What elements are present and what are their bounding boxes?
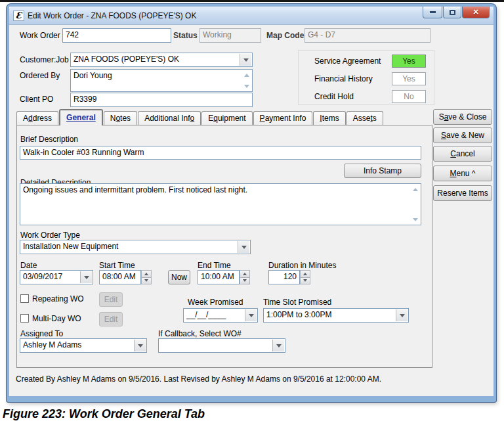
multiday-wo-checkbox[interactable] bbox=[20, 314, 29, 323]
repeating-edit-button[interactable]: Edit bbox=[99, 292, 123, 307]
time-slot-promised-value: 1:00PM to 3:00PM bbox=[266, 310, 331, 319]
save-and-close-button[interactable]: Save & Close bbox=[433, 109, 492, 125]
ordered-by-textarea[interactable]: Dori Young bbox=[70, 69, 253, 92]
detailed-description-value: Ongoing issues and intermittant problem.… bbox=[23, 185, 247, 194]
work-order-type-combobox[interactable]: Installation New Equipment bbox=[20, 240, 251, 254]
close-icon: ✕ bbox=[472, 8, 478, 16]
tab-additional-info[interactable]: Additional Info bbox=[138, 111, 201, 125]
financial-history-indicator[interactable]: Yes bbox=[392, 72, 426, 85]
tab-items[interactable]: Items bbox=[313, 111, 345, 125]
spin-up-icon bbox=[300, 270, 310, 277]
spin-down-icon bbox=[141, 277, 152, 285]
spin-down-icon bbox=[300, 277, 310, 285]
multiday-wo-label: Multi-Day WO bbox=[32, 314, 81, 323]
date-combobox[interactable]: 03/09/2017 bbox=[20, 270, 93, 284]
now-button[interactable]: Now bbox=[168, 270, 190, 284]
repeating-wo-label: Repeating WO bbox=[32, 294, 84, 303]
figure-caption: Figure 223: Work Order General Tab bbox=[3, 407, 205, 421]
tab-notes[interactable]: Notes bbox=[104, 111, 137, 125]
chevron-down-icon[interactable] bbox=[240, 54, 251, 66]
client-po-label: Client PO bbox=[20, 95, 53, 104]
tab-address[interactable]: Address bbox=[16, 111, 58, 125]
scroll-down-icon[interactable] bbox=[243, 82, 251, 90]
credit-hold-indicator[interactable]: No bbox=[392, 90, 426, 103]
cancel-button[interactable]: Cancel bbox=[433, 146, 492, 162]
tab-payment-info[interactable]: Payment Info bbox=[253, 111, 313, 125]
window-title: Edit Work Order - ZNA FOODS (POPEYE'S) O… bbox=[28, 11, 196, 20]
chevron-down-icon[interactable] bbox=[245, 309, 257, 321]
assigned-to-combobox[interactable]: Ashley M Adams bbox=[20, 338, 147, 353]
maximize-button[interactable] bbox=[443, 7, 461, 18]
repeating-wo-checkbox[interactable] bbox=[20, 294, 29, 303]
work-order-number-label: Work Order # bbox=[20, 31, 67, 40]
general-tab-panel: Brief Description Walk-in Cooler #03 Run… bbox=[16, 125, 432, 368]
customer-job-value: ZNA FOODS (POPEYE'S) OK bbox=[74, 55, 179, 64]
status-field: Working bbox=[200, 28, 261, 43]
assigned-to-label: Assigned To bbox=[20, 329, 63, 338]
tab-general[interactable]: General bbox=[59, 109, 103, 125]
date-label: Date bbox=[20, 261, 37, 270]
multiday-edit-button[interactable]: Edit bbox=[99, 312, 123, 326]
minimize-button[interactable] bbox=[423, 7, 442, 18]
title-bar[interactable]: Ɛ Edit Work Order - ZNA FOODS (POPEYE'S)… bbox=[9, 7, 494, 25]
maximize-icon bbox=[450, 10, 455, 15]
app-icon: Ɛ bbox=[13, 11, 24, 21]
scroll-up-icon[interactable] bbox=[411, 185, 419, 193]
brief-description-input[interactable]: Walk-in Cooler #03 Running Warm bbox=[20, 146, 421, 160]
week-promised-label: Week Promised bbox=[188, 298, 243, 307]
chevron-down-icon[interactable] bbox=[80, 271, 92, 283]
chevron-down-icon[interactable] bbox=[134, 340, 146, 351]
end-time-label: End Time bbox=[198, 261, 231, 270]
start-time-label: Start Time bbox=[99, 261, 135, 270]
time-slot-promised-label: Time Slot Promised bbox=[263, 298, 331, 307]
save-and-new-button[interactable]: Save & New bbox=[433, 127, 492, 143]
financial-history-label: Financial History bbox=[314, 74, 373, 83]
map-code-label: Map Code bbox=[266, 31, 304, 40]
menu-button[interactable]: Menu ^ bbox=[433, 166, 492, 181]
tab-equipment[interactable]: Equipment bbox=[201, 111, 252, 125]
spin-down-icon bbox=[240, 277, 250, 285]
callback-wo-combobox[interactable] bbox=[158, 338, 285, 353]
scroll-down-icon[interactable] bbox=[411, 215, 419, 223]
tab-assets[interactable]: Assets bbox=[346, 111, 383, 125]
duration-input[interactable]: 120 bbox=[268, 270, 300, 284]
scroll-up-icon[interactable] bbox=[243, 71, 251, 79]
end-time-stepper[interactable] bbox=[240, 270, 250, 284]
ordered-by-label: Ordered By bbox=[20, 71, 60, 80]
info-stamp-button[interactable]: Info Stamp bbox=[344, 164, 421, 178]
reserve-items-button[interactable]: Reserve Items bbox=[433, 185, 492, 201]
created-revised-status: Created By Ashley M Adams on 9/5/2016. L… bbox=[16, 374, 381, 384]
page-top-rule bbox=[0, 0, 504, 2]
customer-job-label: Customer:Job bbox=[20, 55, 69, 64]
end-time-input[interactable]: 10:00 AM bbox=[198, 270, 240, 284]
spin-up-icon bbox=[141, 270, 152, 277]
assigned-to-value: Ashley M Adams bbox=[23, 340, 81, 349]
chevron-down-icon[interactable] bbox=[238, 241, 249, 253]
tab-strip: Address General Notes Additional Info Eq… bbox=[16, 110, 384, 125]
minimize-icon bbox=[430, 11, 436, 13]
work-order-type-label: Work Order Type bbox=[20, 231, 80, 240]
credit-hold-label: Credit Hold bbox=[314, 92, 354, 101]
duration-label: Duration in Minutes bbox=[268, 261, 336, 270]
service-agreement-indicator[interactable]: Yes bbox=[392, 55, 426, 68]
client-po-input[interactable]: R3399 bbox=[70, 93, 253, 107]
close-button[interactable]: ✕ bbox=[462, 7, 490, 18]
date-value: 03/09/2017 bbox=[23, 272, 62, 281]
duration-stepper[interactable] bbox=[300, 270, 310, 284]
callback-wo-label: If Callback, Select WO# bbox=[158, 329, 242, 338]
start-time-input[interactable]: 08:00 AM bbox=[99, 270, 141, 284]
status-label: Status bbox=[173, 31, 198, 40]
detailed-description-textarea[interactable]: Ongoing issues and intermittant problem.… bbox=[20, 183, 421, 225]
chevron-down-icon[interactable] bbox=[272, 340, 284, 351]
ordered-by-value: Dori Young bbox=[74, 71, 112, 80]
customer-job-combobox[interactable]: ZNA FOODS (POPEYE'S) OK bbox=[70, 53, 253, 67]
service-agreement-label: Service Agreement bbox=[314, 56, 381, 66]
time-slot-promised-combobox[interactable]: 1:00PM to 3:00PM bbox=[263, 308, 409, 323]
start-time-stepper[interactable] bbox=[141, 270, 152, 284]
edit-work-order-dialog: Ɛ Edit Work Order - ZNA FOODS (POPEYE'S)… bbox=[7, 4, 496, 402]
week-promised-value: __/__/____ bbox=[186, 310, 226, 319]
week-promised-combobox[interactable]: __/__/____ bbox=[183, 308, 258, 323]
account-flags-group: Service Agreement Yes Financial History … bbox=[298, 50, 434, 105]
chevron-down-icon[interactable] bbox=[396, 309, 408, 321]
work-order-number-input[interactable]: 742 bbox=[62, 28, 171, 43]
